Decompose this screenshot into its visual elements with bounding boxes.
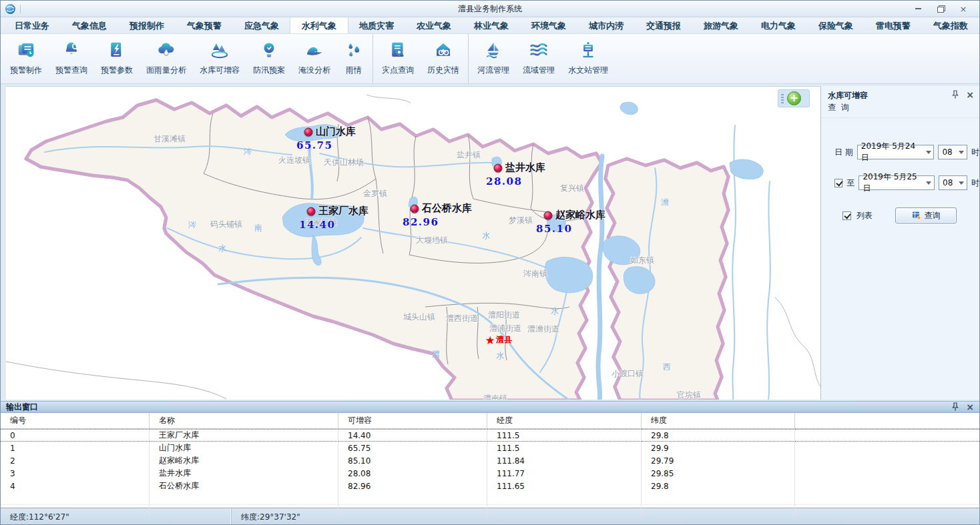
menu-tab-6[interactable]: 地质灾害	[348, 17, 405, 33]
river-name-char: 澧	[432, 349, 440, 360]
toolbar-button-label: 面雨量分析	[146, 65, 186, 76]
table-cell: 28.08	[338, 467, 487, 480]
table-cell: 盐井水库	[150, 467, 338, 480]
town-label: 甘溪滩镇	[154, 133, 186, 145]
toolbar-button-waves[interactable]: 流域管理	[516, 34, 561, 83]
table-row[interactable]: 2赵家峪水库85.10111.8429.79	[1, 454, 979, 467]
query-table-icon	[912, 211, 921, 220]
town-label: 澧南镇	[483, 393, 507, 400]
toolbar-button-station[interactable]: 水文站管理	[561, 34, 615, 83]
menu-tab-11[interactable]: 交通预报	[635, 17, 692, 33]
reservoir-marker-icon[interactable]	[304, 128, 313, 137]
toolbar-group-0: 预警制作预警查询预警参数面雨量分析水库可增容防汛预案淹没分析雨情	[3, 34, 371, 83]
toolbar-button-doc-params[interactable]: 预警参数	[94, 34, 140, 83]
toolbar-button-bulb[interactable]: 防汛预案	[246, 34, 292, 83]
town-label: 金罗镇	[363, 188, 387, 199]
menu-tab-16[interactable]: 气象指数	[922, 17, 979, 33]
minimize-button[interactable]	[913, 4, 923, 13]
town-label: 火连坡镇	[278, 155, 310, 166]
pin-icon[interactable]	[951, 402, 959, 412]
reservoir-name: 赵家峪水库	[555, 209, 605, 221]
list-label: 列表	[856, 210, 873, 221]
window-titlebar[interactable]: 澧县业务制作系统 ×	[1, 1, 979, 17]
to-checkbox[interactable]	[834, 179, 842, 187]
toolbar-button-label: 河流管理	[477, 65, 509, 76]
toolbar-button-wave[interactable]: 淹没分析	[292, 34, 337, 83]
wave-icon	[304, 40, 324, 62]
menu-tab-1[interactable]: 气象信息	[61, 17, 118, 33]
map-canvas[interactable]: 甘溪滩镇火连坡镇天供山林场金罗镇盐井镇复兴镇梦溪镇码头铺镇大堰垱镇王家厂镇如东镇…	[6, 86, 820, 400]
output-window: 输出窗口 × 编号名称可增容经度纬度0王家厂水库14.40111.529.81山…	[1, 401, 979, 508]
reservoir-marker-icon[interactable]	[544, 211, 553, 220]
menu-tab-14[interactable]: 保险气象	[807, 17, 865, 33]
drag-grip-icon[interactable]	[781, 94, 784, 103]
menu-tab-0[interactable]: 日常业务	[3, 17, 61, 33]
table-cell: 14.40	[338, 429, 487, 442]
toolbar-button-reservoir[interactable]: 水库可增容	[193, 34, 246, 83]
output-close-icon[interactable]: ×	[966, 402, 974, 412]
date-from-select[interactable]: 2019年 5月24日	[857, 145, 935, 159]
menu-tab-3[interactable]: 气象预警	[176, 17, 233, 33]
zoom-in-button[interactable]	[787, 91, 801, 105]
reservoir-marker-icon[interactable]	[411, 205, 419, 213]
station-icon	[578, 40, 598, 62]
warning-doc-icon	[16, 40, 36, 62]
menu-tab-10[interactable]: 城市内涝	[577, 17, 635, 33]
menu-tab-12[interactable]: 旅游气象	[692, 17, 750, 33]
menu-tab-7[interactable]: 农业气象	[405, 17, 463, 33]
date-to-row: 至 2019年 5月25日 08 时	[834, 175, 979, 190]
toolbar-button-cloud-drop[interactable]: 面雨量分析	[140, 34, 193, 83]
menu-tab-15[interactable]: 雷电预警	[865, 17, 922, 33]
reservoir-capacity-panel: 水库可增容 查 询 × 日 期 2019年 5月24日 08 时	[820, 86, 979, 400]
reservoir-capacity-value: 65.75	[296, 139, 332, 151]
menu-tab-2[interactable]: 预报制作	[118, 17, 176, 33]
toolbar-button-warning-doc[interactable]: 预警制作	[3, 34, 49, 83]
toolbar-button-label: 流域管理	[523, 65, 555, 76]
table-cell-filler	[795, 467, 979, 480]
toolbar-button-label: 雨情	[346, 65, 362, 76]
status-latitude: 纬度:29°37'32"	[231, 508, 498, 525]
menu-tab-8[interactable]: 林业气象	[463, 17, 520, 33]
reservoir-capacity-value: 82.96	[403, 216, 439, 228]
river-name-char: 南	[254, 222, 262, 233]
menu-tab-4[interactable]: 应急气象	[233, 17, 290, 33]
hour-from-select[interactable]: 08	[938, 145, 967, 159]
toolbar-button-label: 淹没分析	[298, 65, 330, 76]
toolbar-button-label: 水文站管理	[568, 65, 608, 76]
town-label: 澧澹街道	[527, 324, 559, 335]
hour-to-select[interactable]: 08	[939, 175, 967, 190]
table-row[interactable]: 0王家厂水库14.40111.529.8	[1, 429, 979, 442]
panel-close-icon[interactable]: ×	[966, 90, 974, 99]
menu-tab-9[interactable]: 环境气象	[520, 17, 577, 33]
pin-icon[interactable]	[951, 90, 959, 99]
toolbar-button-rain[interactable]: 雨情	[337, 34, 371, 83]
date-to-select[interactable]: 2019年 5月25日	[859, 175, 935, 190]
toolbar-button-sailboat[interactable]: 河流管理	[471, 34, 516, 83]
column-header-filler	[795, 413, 979, 428]
table-row[interactable]: 1山门水库65.75111.529.9	[1, 442, 979, 454]
table-cell: 111.65	[487, 480, 642, 492]
town-label: 城头山镇	[403, 312, 435, 323]
list-checkbox[interactable]	[842, 211, 851, 220]
table-cell-empty	[1, 492, 150, 504]
menu-tab-5[interactable]: 水利气象	[290, 17, 348, 33]
reservoir-marker-icon[interactable]	[307, 207, 316, 216]
reservoir-marker-icon[interactable]	[494, 164, 503, 173]
town-label: 澧浦街道	[489, 323, 521, 334]
cloud-drop-icon	[156, 40, 176, 62]
history-icon	[433, 40, 453, 62]
table-row[interactable]: 4石公桥水库82.96111.6529.8	[1, 480, 979, 492]
table-cell-filler	[795, 505, 979, 517]
river-name-char: 涔	[244, 146, 252, 157]
query-button[interactable]: 查询	[895, 207, 957, 223]
restore-button[interactable]	[935, 4, 946, 13]
menu-tab-13[interactable]: 电力气象	[750, 17, 807, 33]
toolbar-button-doc-search[interactable]: 灾点查询	[375, 34, 421, 83]
close-button[interactable]: ×	[958, 4, 969, 13]
table-cell: 山门水库	[150, 442, 338, 454]
toolbar-button-bell-search[interactable]: 预警查询	[49, 34, 94, 83]
toolbar-button-history[interactable]: 历史灾情	[421, 34, 466, 83]
output-titlebar[interactable]: 输出窗口 ×	[1, 402, 979, 413]
river-name-char: 水	[496, 350, 504, 362]
table-row[interactable]: 3盐井水库28.08111.7729.85	[1, 467, 979, 480]
